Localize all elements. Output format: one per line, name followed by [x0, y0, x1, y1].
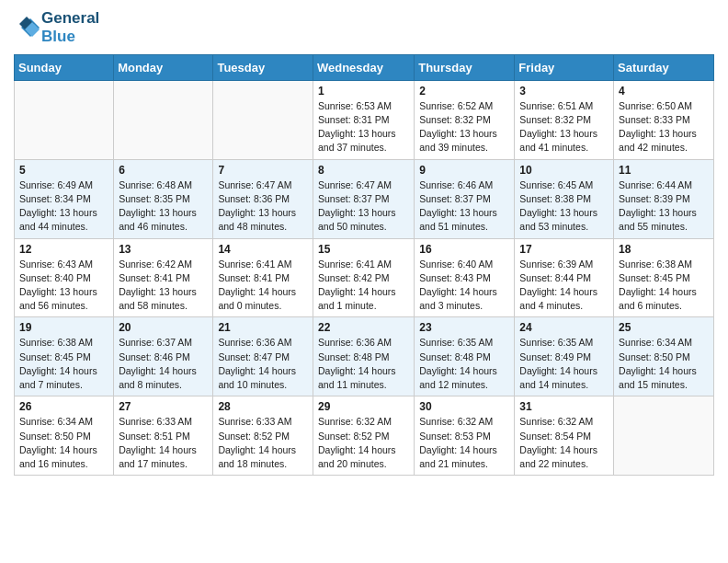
logo-text: General Blue — [41, 9, 99, 47]
calendar-cell: 11Sunrise: 6:44 AM Sunset: 8:39 PM Dayli… — [614, 159, 714, 238]
day-info: Sunrise: 6:42 AM Sunset: 8:41 PM Dayligh… — [119, 258, 208, 314]
day-number: 7 — [218, 164, 308, 177]
calendar-cell: 22Sunrise: 6:36 AM Sunset: 8:48 PM Dayli… — [313, 317, 414, 396]
calendar-cell: 26Sunrise: 6:34 AM Sunset: 8:50 PM Dayli… — [15, 396, 114, 476]
day-info: Sunrise: 6:53 AM Sunset: 8:31 PM Dayligh… — [318, 99, 409, 155]
calendar-cell: 12Sunrise: 6:43 AM Sunset: 8:40 PM Dayli… — [15, 238, 114, 317]
calendar-week-row: 26Sunrise: 6:34 AM Sunset: 8:50 PM Dayli… — [15, 396, 714, 476]
day-info: Sunrise: 6:32 AM Sunset: 8:54 PM Dayligh… — [519, 415, 609, 471]
day-number: 5 — [19, 164, 108, 177]
day-number: 28 — [218, 400, 308, 413]
day-info: Sunrise: 6:43 AM Sunset: 8:40 PM Dayligh… — [19, 258, 108, 314]
day-number: 3 — [519, 85, 609, 98]
calendar-week-row: 5Sunrise: 6:49 AM Sunset: 8:34 PM Daylig… — [15, 159, 714, 238]
day-number: 29 — [318, 400, 409, 413]
header: General Blue — [14, 9, 714, 47]
calendar-cell: 19Sunrise: 6:38 AM Sunset: 8:45 PM Dayli… — [15, 317, 114, 396]
day-number: 23 — [419, 321, 509, 334]
weekday-header: Monday — [114, 54, 213, 80]
weekday-header: Sunday — [15, 54, 114, 80]
calendar-cell — [614, 396, 714, 476]
day-info: Sunrise: 6:35 AM Sunset: 8:48 PM Dayligh… — [419, 336, 509, 392]
weekday-header: Friday — [515, 54, 614, 80]
day-info: Sunrise: 6:47 AM Sunset: 8:37 PM Dayligh… — [318, 178, 409, 235]
day-number: 26 — [19, 400, 108, 413]
calendar-cell: 10Sunrise: 6:45 AM Sunset: 8:38 PM Dayli… — [515, 159, 614, 238]
day-number: 13 — [119, 243, 208, 256]
calendar-table: SundayMondayTuesdayWednesdayThursdayFrid… — [14, 54, 714, 476]
calendar-cell: 9Sunrise: 6:46 AM Sunset: 8:37 PM Daylig… — [415, 159, 515, 238]
calendar-cell — [114, 80, 213, 159]
day-number: 11 — [619, 164, 709, 177]
day-number: 2 — [419, 85, 509, 98]
calendar-cell: 17Sunrise: 6:39 AM Sunset: 8:44 PM Dayli… — [515, 238, 614, 317]
day-number: 25 — [619, 321, 709, 334]
day-info: Sunrise: 6:38 AM Sunset: 8:45 PM Dayligh… — [619, 258, 709, 314]
day-info: Sunrise: 6:46 AM Sunset: 8:37 PM Dayligh… — [419, 178, 509, 235]
calendar-cell: 7Sunrise: 6:47 AM Sunset: 8:36 PM Daylig… — [213, 159, 313, 238]
day-info: Sunrise: 6:36 AM Sunset: 8:48 PM Dayligh… — [318, 336, 409, 392]
calendar-cell: 21Sunrise: 6:36 AM Sunset: 8:47 PM Dayli… — [213, 317, 313, 396]
day-number: 9 — [419, 164, 509, 177]
day-number: 1 — [318, 85, 409, 98]
day-number: 30 — [419, 400, 509, 413]
calendar-cell: 18Sunrise: 6:38 AM Sunset: 8:45 PM Dayli… — [614, 238, 714, 317]
logo-icon — [14, 15, 40, 40]
calendar-cell: 4Sunrise: 6:50 AM Sunset: 8:33 PM Daylig… — [614, 80, 714, 159]
weekday-header: Saturday — [614, 54, 714, 80]
day-info: Sunrise: 6:40 AM Sunset: 8:43 PM Dayligh… — [419, 258, 509, 314]
calendar-cell: 14Sunrise: 6:41 AM Sunset: 8:41 PM Dayli… — [213, 238, 313, 317]
calendar-cell: 5Sunrise: 6:49 AM Sunset: 8:34 PM Daylig… — [15, 159, 114, 238]
day-info: Sunrise: 6:36 AM Sunset: 8:47 PM Dayligh… — [218, 336, 308, 392]
day-info: Sunrise: 6:52 AM Sunset: 8:32 PM Dayligh… — [419, 99, 509, 155]
weekday-header: Thursday — [415, 54, 515, 80]
day-info: Sunrise: 6:33 AM Sunset: 8:51 PM Dayligh… — [119, 415, 208, 471]
calendar-cell: 13Sunrise: 6:42 AM Sunset: 8:41 PM Dayli… — [114, 238, 213, 317]
day-info: Sunrise: 6:34 AM Sunset: 8:50 PM Dayligh… — [619, 336, 709, 392]
day-number: 4 — [619, 85, 709, 98]
calendar-week-row: 1Sunrise: 6:53 AM Sunset: 8:31 PM Daylig… — [15, 80, 714, 159]
weekday-header: Tuesday — [213, 54, 313, 80]
logo: General Blue — [14, 9, 99, 47]
day-info: Sunrise: 6:33 AM Sunset: 8:52 PM Dayligh… — [218, 415, 308, 471]
calendar-cell: 15Sunrise: 6:41 AM Sunset: 8:42 PM Dayli… — [313, 238, 414, 317]
day-number: 12 — [19, 243, 108, 256]
day-info: Sunrise: 6:50 AM Sunset: 8:33 PM Dayligh… — [619, 99, 709, 155]
day-info: Sunrise: 6:49 AM Sunset: 8:34 PM Dayligh… — [19, 178, 108, 235]
calendar-week-row: 19Sunrise: 6:38 AM Sunset: 8:45 PM Dayli… — [15, 317, 714, 396]
day-info: Sunrise: 6:32 AM Sunset: 8:52 PM Dayligh… — [318, 415, 409, 471]
calendar-cell: 28Sunrise: 6:33 AM Sunset: 8:52 PM Dayli… — [213, 396, 313, 476]
day-number: 16 — [419, 243, 509, 256]
day-info: Sunrise: 6:41 AM Sunset: 8:42 PM Dayligh… — [318, 258, 409, 314]
calendar-cell: 16Sunrise: 6:40 AM Sunset: 8:43 PM Dayli… — [415, 238, 515, 317]
calendar-cell: 2Sunrise: 6:52 AM Sunset: 8:32 PM Daylig… — [415, 80, 515, 159]
day-info: Sunrise: 6:45 AM Sunset: 8:38 PM Dayligh… — [519, 178, 609, 235]
weekday-header: Wednesday — [313, 54, 414, 80]
day-info: Sunrise: 6:51 AM Sunset: 8:32 PM Dayligh… — [519, 99, 609, 155]
calendar-cell: 20Sunrise: 6:37 AM Sunset: 8:46 PM Dayli… — [114, 317, 213, 396]
calendar-cell: 1Sunrise: 6:53 AM Sunset: 8:31 PM Daylig… — [313, 80, 414, 159]
day-info: Sunrise: 6:34 AM Sunset: 8:50 PM Dayligh… — [19, 415, 108, 471]
calendar-cell: 31Sunrise: 6:32 AM Sunset: 8:54 PM Dayli… — [515, 396, 614, 476]
page: General Blue SundayMondayTuesdayWednesda… — [0, 0, 728, 489]
day-number: 22 — [318, 321, 409, 334]
day-info: Sunrise: 6:37 AM Sunset: 8:46 PM Dayligh… — [119, 336, 208, 392]
day-number: 18 — [619, 243, 709, 256]
calendar-cell: 6Sunrise: 6:48 AM Sunset: 8:35 PM Daylig… — [114, 159, 213, 238]
day-info: Sunrise: 6:35 AM Sunset: 8:49 PM Dayligh… — [519, 336, 609, 392]
day-number: 17 — [519, 243, 609, 256]
calendar-cell: 3Sunrise: 6:51 AM Sunset: 8:32 PM Daylig… — [515, 80, 614, 159]
day-number: 8 — [318, 164, 409, 177]
calendar-cell: 30Sunrise: 6:32 AM Sunset: 8:53 PM Dayli… — [415, 396, 515, 476]
day-number: 27 — [119, 400, 208, 413]
calendar-cell — [15, 80, 114, 159]
day-info: Sunrise: 6:32 AM Sunset: 8:53 PM Dayligh… — [419, 415, 509, 471]
calendar-cell: 23Sunrise: 6:35 AM Sunset: 8:48 PM Dayli… — [415, 317, 515, 396]
day-number: 6 — [119, 164, 208, 177]
day-number: 21 — [218, 321, 308, 334]
calendar-week-row: 12Sunrise: 6:43 AM Sunset: 8:40 PM Dayli… — [15, 238, 714, 317]
day-info: Sunrise: 6:47 AM Sunset: 8:36 PM Dayligh… — [218, 178, 308, 235]
day-number: 10 — [519, 164, 609, 177]
day-number: 31 — [519, 400, 609, 413]
day-info: Sunrise: 6:44 AM Sunset: 8:39 PM Dayligh… — [619, 178, 709, 235]
